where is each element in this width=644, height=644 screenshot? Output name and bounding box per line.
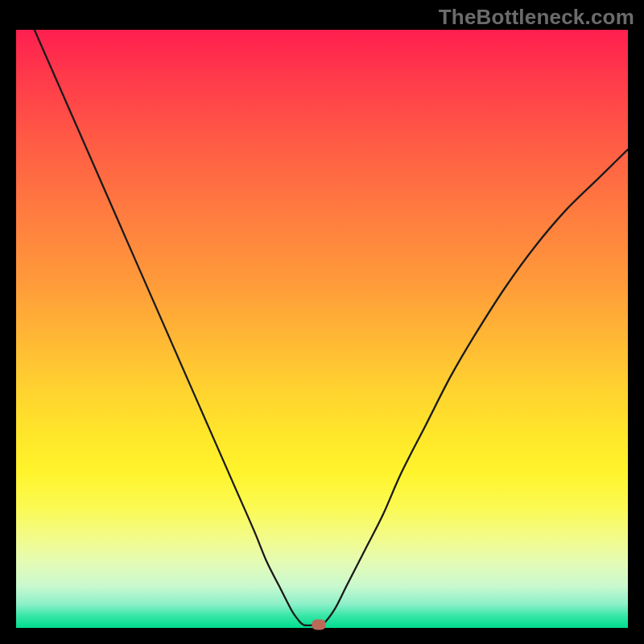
- optimal-point-marker: [312, 620, 326, 630]
- chart-frame: TheBottleneck.com: [0, 0, 644, 644]
- plot-area: [16, 30, 628, 628]
- bottleneck-curve: [35, 30, 628, 626]
- curve-svg: [16, 30, 628, 628]
- watermark-text: TheBottleneck.com: [439, 5, 634, 30]
